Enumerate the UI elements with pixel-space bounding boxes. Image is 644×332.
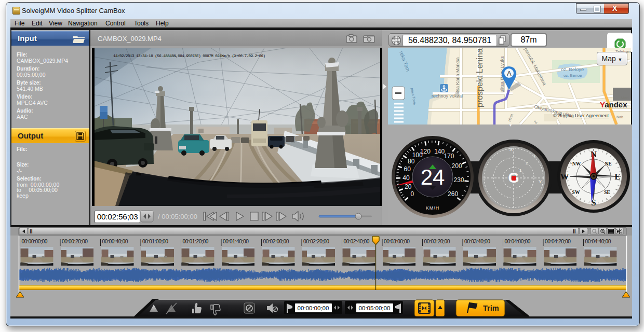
svg-text:rechnoy vokzal: rechnoy vokzal (432, 93, 463, 99)
svg-text:260: 260 (448, 190, 458, 198)
svg-text:3: 3 (533, 154, 535, 158)
svg-text:00:03:40;00: 00:03:40;00 (464, 239, 490, 244)
svg-text:II: II (30, 229, 33, 234)
svg-text:00:01:00;00: 00:01:00;00 (142, 239, 168, 244)
svg-text:W: W (560, 172, 569, 182)
svg-text:230: 230 (454, 176, 464, 184)
svg-text:00:04:40;00: 00:04:40;00 (585, 239, 611, 244)
svg-text:24: 24 (421, 165, 445, 189)
svg-text:40: 40 (403, 174, 410, 182)
svg-text:00:02:40;00: 00:02:40;00 (344, 239, 370, 244)
svg-text:00:01:20;00: 00:01:20;00 (183, 239, 209, 244)
svg-text:2: 2 (526, 161, 528, 165)
svg-text:00:05:00;00: 00:05:00;00 (359, 305, 391, 311)
svg-text:00:00:40;00: 00:00:40;00 (102, 239, 128, 244)
svg-text:0: 0 (411, 190, 414, 198)
svg-text:00:00:20;00: 00:00:20;00 (62, 239, 88, 244)
svg-text:X: X (509, 147, 513, 152)
svg-text:60: 60 (404, 165, 411, 173)
svg-text:170: 170 (444, 153, 454, 160)
svg-text:00:03:00;00: 00:03:00;00 (384, 239, 410, 244)
svg-text:Mari: Mari (621, 95, 629, 100)
svg-text:SW: SW (572, 190, 580, 195)
svg-text:00:04:20;00: 00:04:20;00 (545, 239, 571, 244)
svg-text:Yandex: Yandex (600, 100, 627, 109)
svg-text:© Яндекс User Agreement: © Яндекс User Agreement (553, 113, 609, 118)
svg-text:00:02:00;00: 00:02:00;00 (263, 239, 289, 244)
svg-text:NE: NE (605, 161, 611, 167)
svg-text:120: 120 (420, 148, 431, 155)
svg-text:Y: Y (539, 179, 542, 184)
svg-text:Trim: Trim (483, 304, 499, 312)
svg-text:00:00:00;00: 00:00:00;00 (298, 305, 329, 311)
svg-text:oz. Beloye: oz. Beloye (561, 66, 584, 72)
svg-text:KM/H: KM/H (426, 205, 440, 211)
svg-text:200: 200 (452, 162, 462, 170)
svg-text:Nab: Nab (616, 115, 623, 119)
svg-text:00:01:40;00: 00:01:40;00 (223, 239, 249, 244)
svg-text:14/02/2013 13:34:18 (56.48848N: 14/02/2013 13:34:18 (56.48848N,084.95078… (113, 54, 265, 58)
svg-text:NW: NW (572, 161, 581, 167)
svg-text:1: 1 (519, 168, 522, 173)
svg-text:E: E (614, 172, 620, 182)
svg-text:II: II (573, 229, 576, 234)
svg-text:SE: SE (604, 190, 610, 195)
svg-text:00:04:00;00: 00:04:00;00 (505, 239, 531, 244)
svg-text:N: N (591, 149, 597, 159)
svg-text:20: 20 (405, 183, 412, 190)
svg-text:A: A (507, 70, 512, 77)
svg-text:00:03:20;00: 00:03:20;00 (424, 239, 450, 244)
svg-text:ulitsa Karla Marksa: ulitsa Karla Marksa (455, 57, 460, 97)
svg-text:00:00:00;00: 00:00:00;00 (22, 239, 48, 244)
svg-text:00:02:20;00: 00:02:20;00 (303, 239, 329, 244)
svg-text:prospekt Lenina: prospekt Lenina (475, 48, 484, 107)
svg-text:оз. Белое: оз. Белое (564, 73, 582, 78)
